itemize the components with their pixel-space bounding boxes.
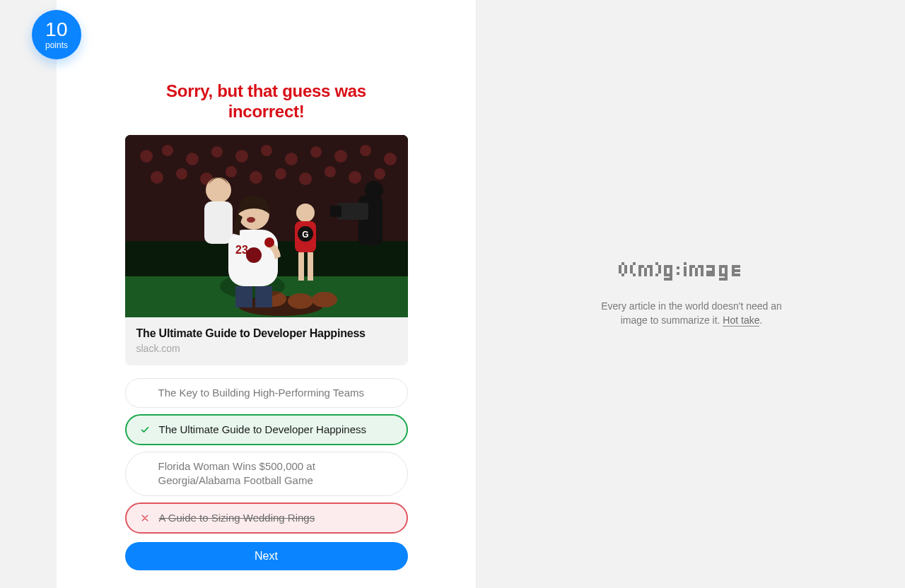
article-card: G — [125, 135, 408, 365]
svg-rect-67 — [664, 268, 667, 274]
check-icon — [139, 424, 151, 435]
svg-rect-79 — [701, 265, 703, 276]
svg-point-28 — [206, 177, 231, 203]
svg-point-3 — [162, 145, 173, 156]
app-root: 10 points Sorry, but that guess was inco… — [0, 0, 905, 588]
svg-rect-77 — [695, 268, 698, 276]
svg-rect-74 — [684, 266, 687, 276]
svg-rect-88 — [725, 268, 728, 279]
svg-rect-64 — [658, 265, 661, 274]
svg-point-16 — [226, 166, 237, 177]
svg-rect-80 — [706, 265, 715, 268]
svg-rect-94 — [732, 274, 740, 276]
svg-rect-38 — [330, 206, 341, 217]
svg-rect-51 — [624, 265, 627, 268]
x-icon — [139, 512, 151, 524]
svg-rect-52 — [619, 268, 621, 274]
svg-point-6 — [235, 150, 248, 163]
svg-rect-62 — [650, 265, 653, 276]
svg-rect-55 — [633, 262, 636, 265]
left-panel: 10 points Sorry, but that guess was inco… — [0, 0, 478, 588]
points-value: 10 — [45, 20, 68, 40]
hot-take-link[interactable]: Hot take — [723, 314, 759, 327]
svg-rect-50 — [621, 262, 624, 265]
svg-rect-34 — [298, 252, 304, 281]
logo-svg — [619, 261, 764, 281]
article-image: G — [125, 135, 408, 317]
svg-point-10 — [334, 150, 347, 163]
svg-rect-61 — [647, 265, 650, 268]
svg-point-13 — [151, 171, 163, 184]
svg-point-30 — [296, 204, 315, 222]
svg-point-45 — [246, 247, 262, 263]
next-button[interactable]: Next — [125, 542, 408, 570]
result-heading: Sorry, but that guess was incorrect! — [125, 0, 408, 122]
svg-rect-91 — [732, 265, 740, 268]
svg-rect-65 — [655, 274, 658, 276]
svg-rect-60 — [644, 268, 647, 276]
svg-rect-57 — [633, 274, 636, 276]
svg-point-46 — [264, 237, 274, 247]
omg-image-logo: o(m)g:image — [619, 261, 764, 283]
svg-point-8 — [285, 153, 298, 165]
svg-point-12 — [384, 153, 397, 165]
svg-point-7 — [261, 145, 272, 156]
svg-point-20 — [325, 166, 336, 177]
tagline: Every article in the world doesn't need … — [600, 299, 783, 328]
svg-point-11 — [360, 145, 371, 156]
svg-rect-87 — [719, 268, 722, 274]
svg-rect-85 — [706, 274, 715, 276]
points-badge: 10 points — [32, 10, 81, 59]
options-list: The Key to Building High-Performing Team… — [125, 378, 408, 534]
svg-point-21 — [349, 171, 361, 184]
svg-rect-69 — [664, 274, 670, 276]
points-label: points — [45, 41, 68, 49]
option-3-icon — [139, 468, 150, 479]
svg-point-26 — [288, 293, 313, 309]
result-line-1: Sorry, but that guess was — [125, 81, 408, 101]
svg-point-5 — [211, 146, 223, 158]
option-4[interactable]: A Guide to Sizing Wedding Rings — [125, 502, 408, 534]
svg-point-2 — [140, 150, 153, 163]
svg-rect-71 — [677, 266, 679, 269]
svg-rect-58 — [638, 265, 641, 276]
svg-point-27 — [312, 292, 337, 307]
svg-point-9 — [310, 146, 322, 158]
svg-rect-86 — [719, 265, 728, 268]
svg-rect-54 — [621, 274, 624, 276]
option-3[interactable]: Florida Woman Wins $500,000 at Georgia/A… — [125, 452, 408, 496]
svg-rect-89 — [719, 274, 725, 276]
svg-rect-56 — [630, 265, 633, 274]
svg-rect-76 — [692, 265, 695, 268]
svg-text:G: G — [302, 230, 308, 240]
svg-rect-78 — [698, 265, 701, 268]
option-3-text: Florida Woman Wins $500,000 at Georgia/A… — [158, 460, 315, 486]
svg-point-4 — [186, 153, 199, 165]
svg-rect-70 — [664, 278, 672, 281]
right-panel: o(m)g:image Every article in the world d… — [478, 0, 905, 588]
svg-rect-72 — [677, 272, 679, 275]
article-meta: The Ultimate Guide to Developer Happines… — [125, 317, 408, 365]
result-line-2: incorrect! — [125, 101, 408, 122]
article-source: slack.com — [136, 343, 397, 354]
svg-rect-68 — [670, 268, 672, 279]
article-title: The Ultimate Guide to Developer Happines… — [136, 327, 397, 340]
svg-rect-82 — [706, 271, 712, 274]
option-1[interactable]: The Key to Building High-Performing Team… — [125, 378, 408, 408]
svg-point-14 — [176, 168, 187, 180]
option-2[interactable]: The Ultimate Guide to Developer Happines… — [125, 414, 408, 445]
svg-rect-93 — [732, 269, 740, 272]
tagline-part-b: . — [759, 314, 762, 326]
svg-point-43 — [247, 217, 255, 223]
svg-rect-90 — [719, 278, 728, 281]
svg-rect-48 — [255, 286, 272, 307]
svg-point-18 — [275, 168, 286, 180]
svg-rect-47 — [235, 286, 252, 307]
svg-rect-29 — [204, 201, 233, 244]
svg-rect-49 — [619, 265, 621, 268]
svg-rect-59 — [641, 265, 644, 268]
game-card: Sorry, but that guess was incorrect! — [57, 0, 477, 588]
option-2-text: The Ultimate Guide to Developer Happines… — [159, 423, 366, 435]
svg-rect-75 — [689, 265, 692, 276]
svg-rect-35 — [308, 252, 313, 281]
